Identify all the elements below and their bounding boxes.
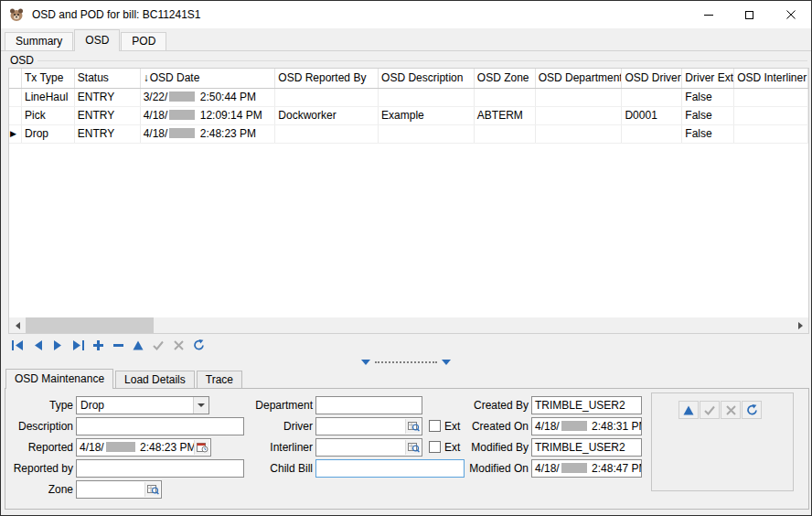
scroll-right-button[interactable] [793,317,808,333]
tab-osd-maintenance[interactable]: OSD Maintenance [5,369,113,389]
cancel-edit-button-2[interactable] [721,401,741,419]
cell-driver [622,125,682,143]
type-combobox[interactable]: Drop [76,396,209,414]
refresh-button-2[interactable] [742,401,762,419]
cell-interliner [734,107,808,124]
grid-header-selector [9,69,22,88]
grid-header-driver[interactable]: OSD Driver [622,69,682,88]
grid-header-reported-by[interactable]: OSD Reported By [275,69,379,88]
cell-interliner [734,89,808,106]
type-dropdown-button[interactable] [193,397,208,414]
grid-row-pick[interactable]: Pick ENTRY 4/18/ 12:09:14 PM Dockworker … [9,107,808,125]
date-suffix: 2:50:44 PM [197,91,256,103]
date-prefix: 4/18/ [535,420,560,433]
maximize-button[interactable] [729,1,770,28]
grid-header-status[interactable]: Status [75,69,141,88]
prior-record-button[interactable] [28,337,47,353]
zone-input[interactable] [78,482,144,497]
redaction-block [561,421,587,431]
cell-status: ENTRY [75,89,141,106]
datetime-picker-button[interactable] [194,440,209,455]
grid-header-interliner[interactable]: OSD Interliner [734,69,808,88]
minimize-button[interactable] [688,1,729,28]
redaction-block [106,442,135,452]
cell-driver-ext: False [682,89,734,106]
driver-field[interactable] [315,417,422,435]
zone-field[interactable] [76,480,162,499]
last-record-button[interactable] [69,337,87,353]
prior-record-icon [32,340,44,350]
edit-record-button-2[interactable] [678,401,699,419]
post-edit-button[interactable] [149,337,167,353]
lookup-magnifier-icon [408,442,420,453]
delete-record-button[interactable] [109,337,127,353]
tab-osd[interactable]: OSD [74,29,120,51]
lookup-magnifier-icon [147,484,159,495]
row-indicator-cell [9,89,22,106]
scrollbar-thumb[interactable] [26,317,154,333]
cell-osd-date: 3/22/ 2:50:44 PM [141,89,276,106]
interliner-ext-checkbox[interactable] [429,441,441,453]
tab-pod[interactable]: POD [121,32,166,50]
date-suffix: 2:48:23 PM [197,127,256,140]
interliner-field[interactable] [315,438,422,457]
grid-row-linehaul[interactable]: LineHaul ENTRY 3/22/ 2:50:44 PM False [9,89,808,107]
scroll-left-button[interactable] [9,317,25,333]
type-value: Drop [80,397,104,414]
first-record-button[interactable] [8,337,27,353]
cell-driver-ext: False [682,125,734,143]
interliner-lookup-button[interactable] [405,440,421,455]
insert-icon [93,340,103,350]
driver-lookup-button[interactable] [405,419,421,434]
insert-record-button[interactable] [89,337,107,353]
grid-header-osd-date[interactable]: ↓OSD Date [141,69,276,88]
osd-group-label: OSD [10,54,34,67]
department-label: Department [221,396,313,414]
next-record-button[interactable] [48,337,67,353]
redaction-block [169,91,195,102]
splitter-collapse-icon [361,360,370,365]
grid-header-tx-type[interactable]: Tx Type [22,69,75,88]
horizontal-scrollbar[interactable] [9,317,808,333]
edit-icon [133,340,144,350]
department-input[interactable] [315,396,422,414]
current-record-marker: ▶ [9,125,22,143]
group-divider [37,60,807,61]
tab-load-details[interactable]: Load Details [115,371,195,388]
last-record-icon [72,340,84,350]
tab-summary[interactable]: Summary [5,32,73,50]
cell-driver: D0001 [622,107,682,124]
post-edit-button-2[interactable] [700,401,720,419]
post-check-icon [153,340,164,350]
child-bill-input[interactable] [315,459,465,478]
modified-on-label: Modified On [457,459,529,478]
grid-header-driver-ext[interactable]: Driver Ext [682,69,734,88]
cell-tx-type: Pick [22,107,75,124]
date-prefix: 4/18/ [144,127,168,140]
type-label: Type [5,396,73,414]
driver-ext-checkbox[interactable] [429,420,441,432]
grid-header-department[interactable]: OSD Department [536,69,623,88]
reported-by-input[interactable] [76,459,244,478]
description-input[interactable] [76,417,244,435]
close-button[interactable] [770,1,811,28]
edit-record-button[interactable] [129,337,147,353]
reported-datetime-field[interactable]: 4/18/ 2:48:23 PM [76,438,211,457]
collapsible-splitter[interactable] [361,360,451,365]
grid-row-drop-current[interactable]: ▶ Drop ENTRY 4/18/ 2:48:23 PM False [9,125,808,144]
refresh-button[interactable] [189,337,208,353]
grid-header-zone[interactable]: OSD Zone [475,69,536,88]
child-bill-label: Child Bill [221,459,313,478]
cell-department [536,107,623,124]
record-actions-toolbar [678,401,762,419]
driver-input[interactable] [317,419,404,434]
date-suffix: 2:48:31 PM [589,420,642,433]
cancel-x-icon [726,405,736,415]
grid-header-description[interactable]: OSD Description [379,69,475,88]
app-icon [9,7,25,22]
interliner-input[interactable] [317,440,404,455]
tab-trace[interactable]: Trace [197,371,242,388]
cancel-edit-button[interactable] [169,337,187,353]
cell-tx-type: Drop [22,125,75,143]
zone-lookup-button[interactable] [144,482,160,497]
